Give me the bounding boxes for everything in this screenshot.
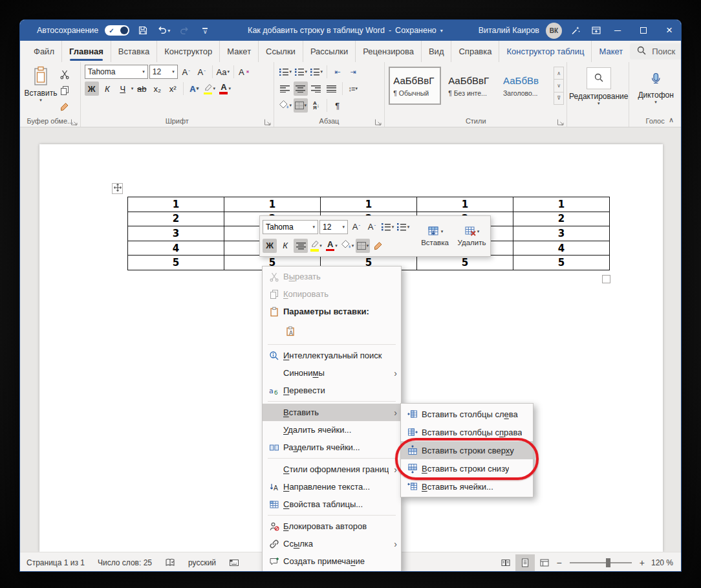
mini-borders-button[interactable]: ▾ (356, 239, 370, 253)
zoom-slider-thumb[interactable] (606, 558, 610, 567)
zoom-level[interactable]: 120 % (647, 558, 681, 567)
context-menu-item-table-properties[interactable]: Свойства таблицы... (263, 495, 401, 513)
font-name-combo[interactable]: Tahoma▾ (85, 65, 148, 79)
tab-layout[interactable]: Макет (220, 41, 259, 62)
context-menu-item-new-comment[interactable]: Создать примечание (263, 552, 401, 570)
dictate-button[interactable]: Диктофон ▾ (633, 65, 678, 115)
mini-font-size-combo[interactable]: 12▾ (319, 220, 348, 234)
mini-align-center-button[interactable] (294, 239, 308, 253)
font-color-button[interactable]: А▾ (218, 82, 232, 96)
tab-help[interactable]: Справка (451, 41, 499, 62)
mini-italic-button[interactable]: К (278, 239, 292, 253)
change-case-button[interactable]: Аа▾ (216, 65, 230, 79)
zoom-in-button[interactable]: + (637, 558, 647, 568)
table-cell-r4c5[interactable]: 4 (513, 241, 610, 256)
context-menu-item-synonyms[interactable]: Синонимы› (263, 364, 401, 382)
table-cell-r5c4[interactable]: 5 (417, 256, 513, 270)
align-left-button[interactable] (278, 82, 292, 96)
superscript-button[interactable]: x² (166, 82, 180, 96)
text-effects-button[interactable]: А▾ (187, 82, 201, 96)
clipboard-dialog-launcher[interactable] (70, 117, 78, 125)
styles-more-button[interactable]: ⊽ (554, 93, 563, 104)
minimize-button[interactable]: ─ (606, 20, 629, 41)
bullets-button[interactable]: ▾ (278, 65, 292, 79)
cut-button[interactable] (58, 67, 72, 82)
read-mode-button[interactable] (496, 554, 515, 571)
proofing-status-icon[interactable] (158, 558, 182, 568)
mini-insert-button[interactable]: ▾ Вставка (416, 226, 453, 246)
style-card-1[interactable]: АаБбВвГ¶ Обычный (389, 67, 441, 105)
table-cell-r1c1[interactable]: 1 (128, 197, 224, 212)
decrease-indent-button[interactable]: ⇤ (330, 65, 345, 79)
tab-home[interactable]: Главная (62, 41, 111, 62)
table-move-handle[interactable] (112, 183, 123, 194)
zoom-out-button[interactable]: − (554, 558, 565, 568)
paste-button[interactable]: Вставить ▾ (24, 65, 58, 115)
tab-view[interactable]: Вид (422, 41, 452, 62)
table-cell-r2c5[interactable]: 2 (513, 212, 610, 226)
context-menu-item-text-direction[interactable]: АНаправление текста... (263, 478, 401, 495)
pilcrow-button[interactable]: ¶ (330, 98, 345, 113)
context-menu-item-copy[interactable]: Копировать (263, 285, 401, 303)
editing-button[interactable]: Редактирование ▾ (571, 65, 626, 115)
font-dialog-launcher[interactable] (263, 117, 272, 125)
table-resize-handle[interactable] (602, 275, 610, 283)
clear-formatting-button[interactable]: А✦ (237, 65, 252, 79)
mini-bold-button[interactable]: Ж (263, 239, 277, 253)
keyboard-language-icon[interactable] (222, 558, 246, 568)
quick-access-more-button[interactable]: ∨ (198, 24, 212, 37)
mini-numbering-button[interactable]: ▾ (396, 220, 410, 234)
mini-grow-font-button[interactable]: Аˆ (349, 220, 363, 234)
paragraph-dialog-launcher[interactable] (374, 117, 382, 125)
align-right-button[interactable] (309, 82, 323, 96)
ribbon-display-options-icon[interactable] (589, 24, 603, 37)
avatar[interactable]: ВК (546, 23, 562, 39)
grow-font-button[interactable]: Аˆ (179, 65, 193, 79)
redo-button[interactable] (177, 24, 191, 37)
multilevel-list-button[interactable]: ▾ (309, 65, 323, 79)
table-cell-r1c5[interactable]: 1 (513, 197, 610, 212)
tab-table-design[interactable]: Конструктор таблиц (499, 41, 592, 62)
tab-design[interactable]: Конструктор (157, 41, 220, 62)
table-cell-r5c1[interactable]: 5 (128, 256, 224, 270)
context-menu-item-split-cells[interactable]: Разделить ячейки... (263, 439, 401, 456)
mini-font-color-button[interactable]: А▾ (325, 239, 339, 253)
mini-delete-button[interactable]: ▾ Удалить (453, 226, 490, 246)
format-painter-button[interactable] (58, 100, 72, 114)
mini-font-name-combo[interactable]: Tahoma▾ (263, 220, 318, 234)
word-count[interactable]: Число слов: 25 (91, 558, 158, 567)
italic-button[interactable]: К (100, 82, 114, 96)
tab-file[interactable]: Файл (27, 41, 62, 62)
page-indicator[interactable]: Страница 1 из 1 (20, 558, 91, 567)
context-menu-item-border-styles[interactable]: Стили оформления границ› (263, 461, 401, 478)
line-spacing-button[interactable]: ↕≡▾ (346, 82, 360, 96)
web-layout-button[interactable] (535, 554, 554, 571)
underline-button[interactable]: Ч (116, 82, 130, 96)
coming-soon-wand-icon[interactable] (568, 24, 583, 37)
tab-mailings[interactable]: Рассылки (303, 41, 356, 62)
maximize-button[interactable] (632, 20, 655, 41)
style-card-3[interactable]: АаБбВвЗаголово... (499, 67, 551, 105)
language-indicator[interactable]: русский (182, 558, 222, 567)
undo-button[interactable]: ▾ (156, 24, 171, 37)
styles-scroll-down-button[interactable]: ∨ (554, 80, 563, 92)
styles-dialog-launcher[interactable] (556, 117, 565, 125)
mini-shrink-font-button[interactable]: Аˇ (365, 220, 379, 234)
styles-scroll-up-button[interactable]: ∧ (554, 67, 563, 80)
tab-insert[interactable]: Вставка (111, 41, 157, 62)
mini-shading-button[interactable]: ▾ (340, 239, 354, 253)
style-card-2[interactable]: АаБбВвГ¶ Без инте... (444, 67, 496, 105)
zoom-slider[interactable] (570, 562, 632, 563)
context-menu-item-cut[interactable]: Вырезать (263, 268, 401, 285)
context-menu-paste-option-keep-text-only[interactable]: A (263, 320, 401, 342)
sort-button[interactable]: АЯ↓ (309, 98, 323, 113)
document-title-area[interactable]: Как добавить строку в таблицу Word - Сох… (212, 26, 478, 35)
table-cell-r1c3[interactable]: 1 (321, 197, 417, 212)
table-cell-r1c2[interactable]: 1 (224, 197, 321, 212)
context-menu-item-block-authors[interactable]: Блокировать авторов (263, 517, 401, 535)
justify-button[interactable] (325, 82, 339, 96)
search-box[interactable]: Поиск (630, 43, 682, 60)
close-button[interactable]: × (658, 20, 681, 41)
align-center-button[interactable] (294, 82, 308, 96)
tab-references[interactable]: Ссылки (259, 41, 303, 62)
